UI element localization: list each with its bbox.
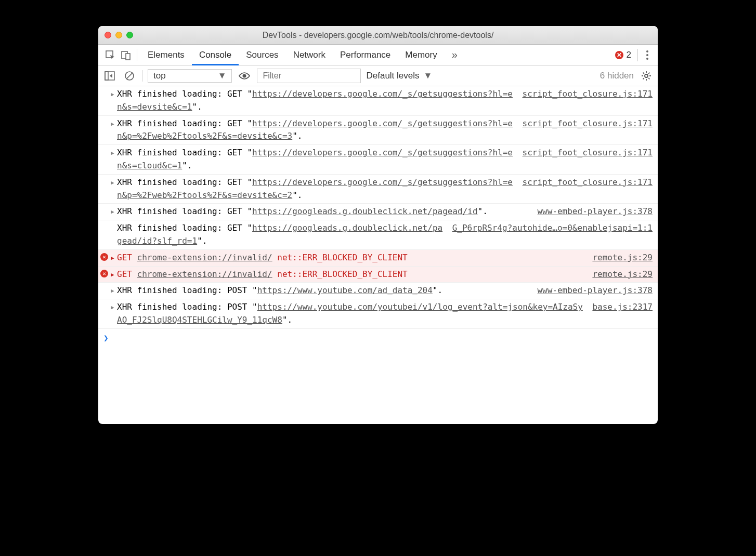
console-row[interactable]: ▶XHR finished loading: GET "https://deve…: [98, 116, 658, 145]
source-link[interactable]: script_foot_closure.js:171: [523, 117, 653, 143]
console-toolbar: top ▼ Default levels ▼ 6 hidden: [98, 65, 658, 86]
tab-elements[interactable]: Elements: [140, 45, 192, 65]
svg-rect-4: [105, 72, 108, 80]
tab-memory[interactable]: Memory: [398, 45, 444, 65]
log-message: XHR finished loading: GET "https://devel…: [117, 176, 515, 202]
console-row[interactable]: ✕▶GET chrome-extension://invalid/ net::E…: [98, 250, 658, 267]
console-row[interactable]: ▶XHR finished loading: GET "https://deve…: [98, 86, 658, 116]
disclosure-icon[interactable]: ▶: [111, 178, 114, 187]
levels-label: Default levels: [366, 71, 419, 81]
error-icon: ✕: [100, 270, 108, 277]
source-link[interactable]: script_foot_closure.js:171: [523, 176, 653, 202]
source-link[interactable]: www-embed-player.js:378: [537, 284, 653, 297]
console-row[interactable]: XHR finished loading: GET "https://googl…: [98, 220, 658, 250]
error-count-badge[interactable]: ✕ 2: [615, 50, 631, 60]
source-link[interactable]: script_foot_closure.js:171: [523, 88, 653, 114]
dropdown-icon: ▼: [424, 71, 433, 81]
console-row[interactable]: ▶XHR finished loading: POST "https://www…: [98, 283, 658, 299]
context-selector[interactable]: top ▼: [148, 69, 232, 83]
log-message: XHR finished loading: POST "https://www.…: [117, 284, 530, 297]
tab-console[interactable]: Console: [192, 45, 239, 65]
disclosure-icon[interactable]: ▶: [111, 207, 114, 216]
source-link[interactable]: G_P6rpRSr4g?autohide…o=0&enablejsapi=1:1: [452, 222, 653, 248]
tabbar: Elements Console Sources Network Perform…: [98, 45, 658, 65]
disclosure-icon[interactable]: ▶: [111, 270, 114, 279]
svg-line-14: [648, 78, 649, 79]
svg-line-15: [643, 78, 644, 79]
disclosure-icon[interactable]: ▶: [111, 149, 114, 157]
source-link[interactable]: remote.js:29: [592, 268, 653, 281]
log-message: XHR finished loading: GET "https://devel…: [117, 88, 515, 114]
svg-line-6: [126, 73, 133, 79]
console-output: ▶XHR finished loading: GET "https://deve…: [98, 86, 658, 424]
hidden-count[interactable]: 6 hidden: [600, 71, 634, 81]
log-message: XHR finished loading: GET "https://googl…: [117, 205, 530, 218]
disclosure-icon[interactable]: ▶: [111, 303, 114, 312]
source-link[interactable]: script_foot_closure.js:171: [523, 147, 653, 173]
settings-menu-icon[interactable]: [641, 50, 654, 60]
log-message: GET chrome-extension://invalid/ net::ERR…: [117, 251, 585, 264]
device-toolbar-icon[interactable]: [118, 50, 134, 60]
close-window-button[interactable]: [105, 32, 111, 38]
console-settings-icon[interactable]: [639, 71, 654, 81]
error-icon: ✕: [615, 51, 623, 59]
console-prompt[interactable]: ❯: [98, 329, 658, 348]
svg-line-13: [643, 72, 644, 73]
disclosure-icon[interactable]: ▶: [111, 254, 114, 262]
console-row[interactable]: ✕▶GET chrome-extension://invalid/ net::E…: [98, 267, 658, 283]
svg-point-7: [243, 74, 246, 77]
svg-point-8: [645, 74, 648, 77]
disclosure-icon[interactable]: ▶: [111, 286, 114, 295]
window-title: DevTools - developers.google.com/web/too…: [98, 31, 658, 40]
window-controls: [105, 32, 133, 38]
devtools-window: DevTools - developers.google.com/web/too…: [98, 26, 658, 424]
live-expression-icon[interactable]: [237, 69, 252, 83]
tab-performance[interactable]: Performance: [333, 45, 398, 65]
minimize-window-button[interactable]: [115, 32, 122, 38]
inspect-element-icon[interactable]: [102, 50, 118, 60]
console-row[interactable]: ▶XHR finished loading: POST "https://www…: [98, 299, 658, 329]
log-levels-selector[interactable]: Default levels ▼: [366, 71, 432, 81]
source-link[interactable]: remote.js:29: [592, 251, 653, 264]
console-row[interactable]: ▶XHR finished loading: GET "https://goog…: [98, 204, 658, 220]
log-message: GET chrome-extension://invalid/ net::ERR…: [117, 268, 585, 281]
dropdown-icon: ▼: [218, 71, 227, 81]
error-icon: ✕: [100, 253, 108, 261]
log-message: XHR finished loading: GET "https://googl…: [117, 222, 445, 248]
source-link[interactable]: base.js:2317: [592, 301, 653, 327]
disclosure-icon[interactable]: ▶: [111, 120, 114, 128]
clear-console-icon[interactable]: [122, 69, 137, 83]
titlebar: DevTools - developers.google.com/web/too…: [98, 26, 658, 45]
log-message: XHR finished loading: GET "https://devel…: [117, 117, 515, 143]
tab-sources[interactable]: Sources: [239, 45, 285, 65]
svg-line-16: [648, 72, 649, 73]
disclosure-icon[interactable]: ▶: [111, 90, 114, 99]
tab-network[interactable]: Network: [286, 45, 333, 65]
log-message: XHR finished loading: POST "https://www.…: [117, 301, 585, 327]
log-message: XHR finished loading: GET "https://devel…: [117, 147, 515, 173]
console-row[interactable]: ▶XHR finished loading: GET "https://deve…: [98, 175, 658, 204]
source-link[interactable]: www-embed-player.js:378: [537, 205, 653, 218]
error-count: 2: [627, 50, 631, 60]
console-row[interactable]: ▶XHR finished loading: GET "https://deve…: [98, 145, 658, 175]
show-console-sidebar-icon[interactable]: [102, 69, 117, 83]
svg-rect-2: [126, 54, 130, 60]
filter-input[interactable]: [257, 69, 361, 83]
more-tabs-icon[interactable]: »: [445, 45, 465, 65]
zoom-window-button[interactable]: [126, 32, 133, 38]
context-label: top: [153, 71, 166, 81]
